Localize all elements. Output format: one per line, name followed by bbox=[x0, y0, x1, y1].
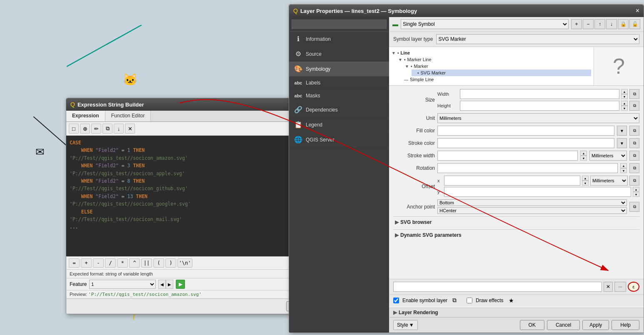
height-spin-down[interactable]: ▼ bbox=[621, 106, 628, 111]
lp-close-button[interactable]: × bbox=[636, 7, 639, 15]
op-divide-button[interactable]: / bbox=[105, 258, 116, 268]
tab-function-editor[interactable]: Function Editor bbox=[105, 111, 151, 122]
draw-effects-checkbox[interactable] bbox=[467, 298, 472, 303]
width-copy-button[interactable]: ⧉ bbox=[629, 89, 639, 99]
lp-add-button[interactable]: + bbox=[571, 19, 582, 29]
tree-row-svg-marker[interactable]: • SVG Marker bbox=[412, 69, 591, 76]
lp-unlock-button[interactable]: 🔓 bbox=[629, 19, 640, 29]
offset-y-up[interactable]: ▲ bbox=[633, 187, 639, 192]
lp-up-button[interactable]: ↑ bbox=[594, 19, 605, 29]
run-preview-button[interactable]: ▶ bbox=[176, 280, 185, 289]
op-concat-button[interactable]: || bbox=[141, 258, 152, 268]
lp-clear-button[interactable]: ✕ bbox=[604, 282, 613, 292]
tree-row-line[interactable]: ▼ • Line bbox=[392, 50, 591, 56]
lp-help-button[interactable]: Help bbox=[612, 320, 639, 330]
stroke-color-copy[interactable]: ⧉ bbox=[629, 138, 639, 148]
feature-next-button[interactable]: ▶ bbox=[166, 280, 173, 289]
feature-select[interactable]: 1 bbox=[89, 280, 156, 289]
lp-lock-button[interactable]: 🔒 bbox=[618, 19, 629, 29]
single-symbol-select[interactable]: Single Symbol bbox=[401, 19, 569, 29]
nav-item-masks[interactable]: abc Masks bbox=[289, 89, 389, 102]
delete-expr-button[interactable]: ✕ bbox=[125, 124, 135, 134]
width-spin-down[interactable]: ▼ bbox=[621, 94, 628, 99]
op-lparen-button[interactable]: ( bbox=[153, 258, 164, 268]
rotation-input[interactable]: 0,00 ° bbox=[437, 163, 618, 173]
anchor-bottom-select[interactable]: Bottom bbox=[437, 199, 627, 206]
height-copy-button[interactable]: ⧉ bbox=[629, 101, 639, 111]
offset-x-up[interactable]: ▲ bbox=[582, 176, 589, 181]
save-expr-button[interactable]: ↓ bbox=[114, 124, 124, 134]
op-equals-button[interactable]: = bbox=[69, 258, 80, 268]
nav-item-qgis-server[interactable]: 🌐 QGIS Server bbox=[289, 132, 389, 147]
unit-select[interactable]: Millimeters bbox=[437, 113, 639, 123]
tree-row-simple-line[interactable]: — Simple Line bbox=[398, 76, 591, 83]
stroke-width-copy[interactable]: ⧉ bbox=[629, 151, 639, 161]
nav-item-legend[interactable]: 📋 Legend bbox=[289, 117, 389, 132]
lp-sidebar: ℹ Information ⚙ Source 🎨 Symbology abc L… bbox=[289, 17, 389, 333]
height-spinner: ▲ ▼ bbox=[621, 101, 628, 111]
nav-item-information[interactable]: ℹ Information bbox=[289, 32, 389, 47]
rotation-spin-down[interactable]: ▼ bbox=[620, 168, 627, 173]
symbol-type-select[interactable]: SVG Marker bbox=[436, 34, 639, 44]
tree-row-marker[interactable]: ▼ • Marker bbox=[405, 63, 591, 69]
op-rparen-button[interactable]: ) bbox=[165, 258, 176, 268]
stroke-spin-up[interactable]: ▲ bbox=[580, 151, 587, 156]
feature-prev-button[interactable]: ◀ bbox=[158, 280, 166, 289]
nav-item-dependencies[interactable]: 🔗 Dependencies bbox=[289, 102, 389, 117]
copy-expr-button[interactable]: ⧉ bbox=[102, 124, 112, 134]
height-spin-up[interactable]: ▲ bbox=[621, 101, 628, 106]
width-input[interactable]: 10,000000 bbox=[460, 89, 619, 99]
height-input[interactable]: 10,000000 bbox=[460, 101, 619, 111]
offset-y-down[interactable]: ▼ bbox=[633, 192, 639, 197]
rotation-copy[interactable]: ⧉ bbox=[629, 163, 639, 173]
op-minus-button[interactable]: - bbox=[93, 258, 104, 268]
stroke-width-input[interactable]: No stroke bbox=[437, 151, 578, 161]
width-spin-up[interactable]: ▲ bbox=[621, 89, 628, 94]
anchor-hcenter-select[interactable]: HCenter bbox=[437, 207, 627, 214]
offset-x-down[interactable]: ▼ bbox=[582, 181, 589, 186]
lp-down-button[interactable]: ↓ bbox=[606, 19, 617, 29]
stroke-color-arrow[interactable]: ▼ bbox=[617, 138, 627, 148]
lp-main-input[interactable]: circle bbox=[393, 282, 602, 292]
stroke-color-swatch[interactable] bbox=[437, 138, 614, 148]
enable-symbol-checkbox[interactable] bbox=[393, 298, 399, 303]
tree-label-marker-line: Marker Line bbox=[407, 57, 432, 62]
op-plus-button[interactable]: + bbox=[81, 258, 92, 268]
nav-item-source[interactable]: ⚙ Source bbox=[289, 47, 389, 62]
anchor-copy-button[interactable]: ⧉ bbox=[629, 202, 639, 212]
stroke-unit-select[interactable]: Millimeters bbox=[589, 151, 627, 161]
op-newline-button[interactable]: '\n' bbox=[177, 258, 192, 268]
op-power-button[interactable]: ^ bbox=[129, 258, 140, 268]
layer-rendering-section[interactable]: ▶ Layer Rendering bbox=[389, 308, 644, 317]
lp-cancel-button[interactable]: Cancel bbox=[547, 320, 580, 330]
dynamic-svg-section[interactable]: ▶ Dynamic SVG parameters bbox=[393, 229, 639, 241]
open-expr-button[interactable]: ⊕ bbox=[80, 124, 90, 134]
fill-color-arrow[interactable]: ▼ bbox=[617, 126, 627, 136]
lp-ok-button[interactable]: OK bbox=[520, 320, 544, 330]
nav-item-labels[interactable]: abc Labels bbox=[289, 77, 389, 89]
svg-browser-section[interactable]: ▶ SVG browser bbox=[393, 216, 639, 228]
stroke-spin-down[interactable]: ▼ bbox=[580, 156, 587, 161]
offset-row: Offset x 0,000000 ▲ ▼ Millimeters bbox=[393, 176, 639, 197]
rotation-spin-up[interactable]: ▲ bbox=[620, 163, 627, 168]
fill-color-copy[interactable]: ⧉ bbox=[629, 126, 639, 136]
offset-y-input[interactable]: 0,000000 bbox=[444, 187, 631, 197]
nav-item-symbology[interactable]: 🎨 Symbology bbox=[289, 62, 389, 77]
lp-remove-button[interactable]: − bbox=[583, 19, 594, 29]
new-expr-button[interactable]: □ bbox=[69, 124, 79, 134]
offset-unit-select[interactable]: Millimeters bbox=[590, 176, 628, 186]
edit-expr-button[interactable]: ✏ bbox=[91, 124, 101, 134]
tree-row-marker-line[interactable]: ▼ • Marker Line bbox=[398, 56, 591, 63]
expr-code-editor[interactable]: CASE WHEN "Field2" = 1 THEN 'P://Test//q… bbox=[66, 136, 289, 256]
lp-more-button[interactable]: ··· bbox=[614, 282, 626, 292]
fill-color-swatch[interactable] bbox=[437, 126, 614, 136]
lp-symbol-preview: ? bbox=[594, 47, 644, 85]
lp-apply-button[interactable]: Apply bbox=[582, 320, 609, 330]
offset-x-input[interactable]: 0,000000 bbox=[444, 176, 580, 186]
offset-copy[interactable]: ⧉ bbox=[629, 176, 639, 186]
lp-style-button[interactable]: Style ▼ bbox=[393, 320, 418, 330]
tab-expression[interactable]: Expression bbox=[66, 111, 105, 122]
lp-search-input[interactable] bbox=[292, 20, 387, 29]
op-multiply-button[interactable]: * bbox=[117, 258, 128, 268]
lp-expression-button[interactable]: ε bbox=[628, 282, 639, 292]
